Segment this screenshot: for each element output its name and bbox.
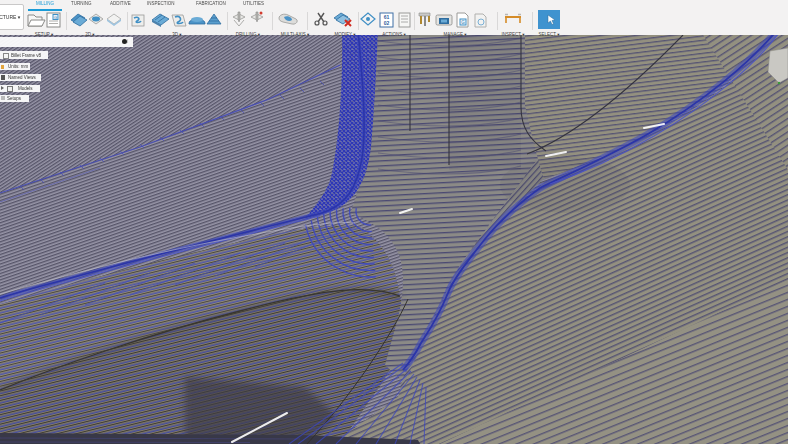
svg-text:G: G: [461, 20, 465, 25]
svg-text:G: G: [54, 15, 57, 20]
svg-text:02: 02: [384, 20, 390, 26]
